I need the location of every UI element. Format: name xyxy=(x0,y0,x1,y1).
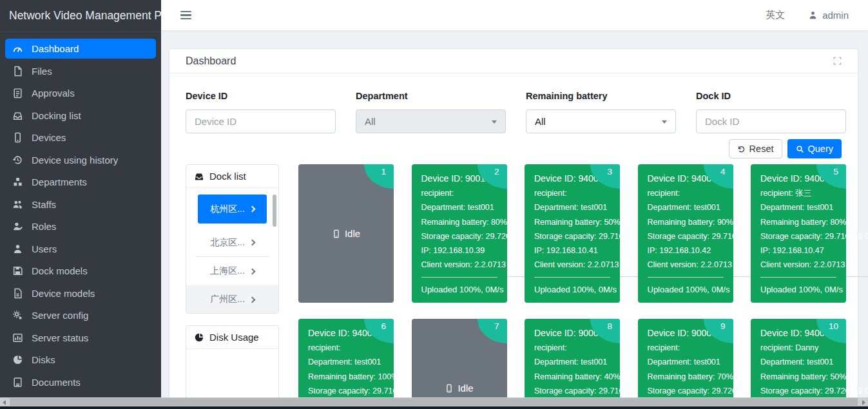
sidebar-item-label: Dashboard xyxy=(32,43,79,54)
sidebar-item-devices[interactable]: Devices xyxy=(5,128,156,147)
sidebar-item-server-status[interactable]: Server status xyxy=(5,328,156,348)
device-card[interactable]: 3Device ID: 940007recipient:Department: … xyxy=(525,164,620,303)
dock-id-label: Dock ID xyxy=(696,91,846,101)
devices-icon xyxy=(12,132,23,143)
sidebar-item-device-models[interactable]: Device models xyxy=(5,283,156,303)
dock-list: 杭州区...北京区...上海区...广州区... xyxy=(186,188,278,314)
filter-bar: Device ID Department All Remaining batte… xyxy=(186,86,842,133)
hamburger-menu-icon[interactable] xyxy=(180,11,191,19)
card-info-line: Department: test001 xyxy=(534,200,610,214)
device-id-label: Device ID xyxy=(186,91,336,101)
fullscreen-expand-icon[interactable] xyxy=(833,57,842,65)
scroll-left-arrow[interactable] xyxy=(3,400,6,405)
card-info-line: Remaining battery: 80% xyxy=(760,215,836,229)
chevron-right-icon xyxy=(249,240,255,246)
sidebar-item-approvals[interactable]: Approvals xyxy=(5,83,156,103)
dashboard-panel: Dashboard Device ID Department All xyxy=(169,48,858,409)
idle-device-card[interactable]: 1Idle xyxy=(298,164,394,303)
card-info-line: Department: test001 xyxy=(534,355,610,369)
card-upload-status: Uploaded 100%, 0M/s xyxy=(534,283,610,296)
card-info-line: recipient: 张三 xyxy=(760,186,836,200)
dock-region-item[interactable]: 上海区... xyxy=(195,257,269,285)
card-info-line: Storage capacity: 29.72G/59.02G xyxy=(760,384,836,398)
idle-label: Idle xyxy=(458,383,473,394)
device-card[interactable]: 9Device ID: 900065recipient:Department: … xyxy=(638,319,733,409)
card-info-line: recipient: xyxy=(534,341,610,355)
chevron-down-icon xyxy=(492,120,497,124)
undo-icon xyxy=(737,145,746,153)
language-switcher[interactable]: 英文 xyxy=(766,9,785,21)
sidebar-item-roles[interactable]: Roles xyxy=(5,216,156,236)
card-upload-status: Uploaded 100%, 0M/s xyxy=(421,283,497,296)
device-cards-grid: 1Idle2Device ID: 900171recipient:Departm… xyxy=(298,164,846,409)
sidebar-item-label: Documents xyxy=(32,377,81,388)
disk-usage-panel: Disk Usage xyxy=(186,325,279,409)
page-title: Dashboard xyxy=(186,55,236,67)
brand-title: Network Video Management Plat xyxy=(0,0,161,32)
username: admin xyxy=(822,10,849,21)
sidebar-item-documents[interactable]: Documents xyxy=(5,372,156,392)
dock-region-item[interactable]: 杭州区... xyxy=(198,195,267,224)
sidebar-item-device-using-history[interactable]: Device using history xyxy=(5,150,156,170)
card-info-line: recipient: xyxy=(308,341,384,355)
history-icon xyxy=(12,155,23,166)
sidebar-item-label: Staffs xyxy=(32,199,56,210)
card-info-line: Department: test001 xyxy=(648,200,724,214)
approvals-icon xyxy=(12,88,23,99)
device-card[interactable]: 2Device ID: 900171recipient:Department: … xyxy=(412,164,507,303)
sidebar-item-departments[interactable]: Departments xyxy=(5,172,156,192)
dock-id-input[interactable] xyxy=(696,109,846,133)
idle-device-card[interactable]: 7Idle xyxy=(412,319,507,409)
query-button[interactable]: Query xyxy=(787,139,842,158)
device-card[interactable]: 4Device ID: 940007recipient:Department: … xyxy=(638,164,733,303)
device-card[interactable]: 6Device ID: 940007recipient:Department: … xyxy=(298,319,394,409)
card-upload-status: Uploaded 100%, 0M/s xyxy=(648,283,724,296)
card-info-line: Client version: 2.2.0713 xyxy=(760,258,836,272)
battery-label: Remaining battery xyxy=(526,91,676,101)
chevron-right-icon xyxy=(249,268,255,274)
horizontal-scrollbar[interactable] xyxy=(0,397,868,406)
sidebar-item-dock-models[interactable]: Dock models xyxy=(5,261,156,281)
card-info-line: Storage capacity: 29.71G xyxy=(534,229,610,243)
scroll-right-arrow[interactable] xyxy=(862,400,865,405)
sidebar-item-label: Device using history xyxy=(32,155,118,166)
sidebar-item-files[interactable]: Files xyxy=(5,61,156,81)
phone-icon xyxy=(332,229,341,238)
scrollbar-thumb[interactable] xyxy=(10,398,858,406)
dock-region-item[interactable]: 北京区... xyxy=(195,229,269,257)
idle-label: Idle xyxy=(345,228,360,239)
sidebar-item-label: Users xyxy=(32,243,57,254)
device-models-icon xyxy=(12,288,23,299)
sidebar-item-dashboard[interactable]: Dashboard xyxy=(5,39,156,59)
sidebar-item-staffs[interactable]: Staffs xyxy=(5,195,156,214)
sidebar-item-label: Server status xyxy=(32,332,88,343)
battery-select[interactable]: All xyxy=(526,109,676,133)
dock-region-item[interactable]: 广州区... xyxy=(186,285,278,314)
card-divider xyxy=(648,277,724,278)
device-card[interactable]: 8Device ID: 900065recipient:Department: … xyxy=(525,319,620,409)
sidebar-item-server-config[interactable]: Server config xyxy=(5,305,156,325)
card-info-line: IP: 192.168.10.39 xyxy=(421,243,497,258)
sidebar-item-label: Disks xyxy=(32,354,55,365)
user-menu[interactable]: admin xyxy=(808,10,849,21)
sidebar-item-users[interactable]: Users xyxy=(5,239,156,259)
card-info-line: Client version: 2.2.0713 xyxy=(648,258,724,272)
dock-list-scrollbar[interactable] xyxy=(273,195,276,227)
card-info-line: Storage capacity: 29.71G xyxy=(308,384,384,398)
device-card[interactable]: 10Device ID: 940007recipient: DannyDepar… xyxy=(751,319,846,409)
card-info-line: Department: test001 xyxy=(648,355,724,369)
dock-models-icon xyxy=(12,265,23,276)
card-info-line: Remaining battery: 50% xyxy=(534,215,610,229)
device-id-input[interactable] xyxy=(186,109,336,133)
card-info-line: recipient: xyxy=(648,186,724,200)
sidebar-item-docking-list[interactable]: Docking list xyxy=(5,106,156,126)
card-divider xyxy=(534,277,610,278)
department-select[interactable]: All xyxy=(356,109,506,133)
file-icon xyxy=(12,66,23,77)
sidebar-item-disks[interactable]: Disks xyxy=(5,350,156,370)
device-card[interactable]: 5Device ID: 940007recipient: 张三Departmen… xyxy=(751,164,846,303)
reset-button[interactable]: Reset xyxy=(729,139,782,158)
topbar: 英文 admin xyxy=(161,0,868,31)
departments-icon xyxy=(12,176,23,187)
users-icon xyxy=(12,243,23,254)
